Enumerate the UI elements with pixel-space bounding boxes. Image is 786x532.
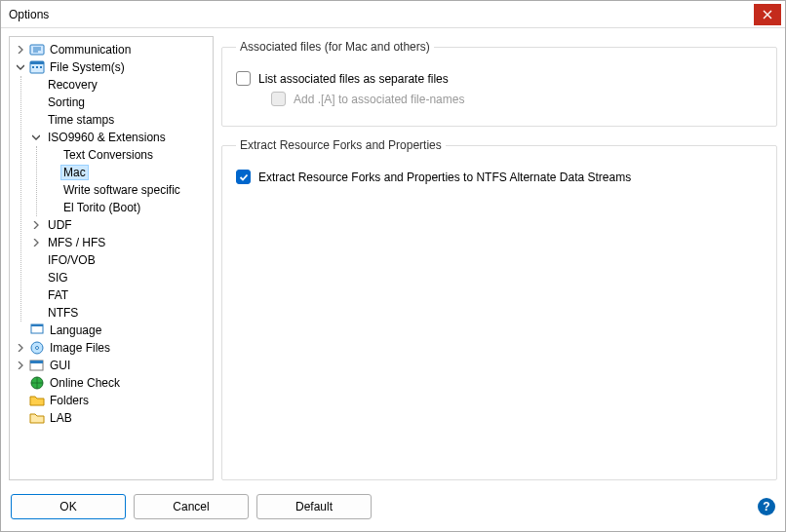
disc-icon	[29, 340, 45, 356]
tree-item-online-check[interactable]: Online Check	[14, 374, 211, 392]
button-label: Cancel	[173, 500, 209, 513]
tree-item-udf[interactable]: UDF	[29, 216, 211, 234]
tree-item-sorting[interactable]: Sorting	[29, 94, 211, 111]
tree-label: Time stamps	[45, 112, 117, 128]
window-title: Options	[1, 8, 754, 21]
svg-rect-7	[31, 324, 43, 326]
chevron-right-icon[interactable]	[29, 236, 43, 249]
tree-label: FAT	[45, 287, 71, 303]
tree-label: IFO/VOB	[45, 252, 98, 268]
tree-label: MFS / HFS	[45, 235, 108, 250]
nav-tree[interactable]: Communication File System(s) Recovery So…	[9, 36, 214, 480]
titlebar: Options	[1, 1, 785, 28]
checkbox-list-associated[interactable]: List associated files as separate files	[236, 71, 763, 86]
chevron-right-icon[interactable]	[14, 43, 27, 57]
tree-item-sig[interactable]: SIG	[29, 269, 211, 286]
globe-icon	[29, 375, 45, 391]
tree-label: UDF	[45, 217, 75, 233]
language-icon	[29, 323, 45, 338]
checkbox-add-a-suffix: Add .[A] to associated file-names	[271, 92, 763, 106]
tree-item-mfs-hfs[interactable]: MFS / HFS	[29, 234, 211, 251]
checkbox-checked-icon	[236, 170, 251, 184]
tree-item-mac[interactable]: Mac	[45, 164, 211, 181]
tree-label: Write software specific	[60, 182, 183, 198]
tree-item-recovery[interactable]: Recovery	[29, 76, 211, 94]
checkbox-label: Add .[A] to associated file-names	[294, 93, 464, 106]
tree-label: Mac	[60, 165, 89, 180]
tree-label: El Torito (Boot)	[60, 200, 143, 215]
tree-item-el-torito[interactable]: El Torito (Boot)	[45, 199, 211, 216]
tree-label: SIG	[45, 270, 71, 285]
group-associated-files: Associated files (for Mac and others) Li…	[221, 40, 777, 127]
close-icon	[763, 10, 772, 19]
help-button[interactable]: ?	[758, 498, 775, 515]
tree-item-communication[interactable]: Communication	[14, 41, 211, 58]
tree-item-gui[interactable]: GUI	[14, 357, 211, 374]
checkbox-icon	[271, 92, 286, 106]
folder-icon	[29, 410, 45, 426]
tree-label: NTFS	[45, 305, 81, 321]
tree-item-file-system[interactable]: File System(s)	[14, 58, 211, 76]
chevron-right-icon[interactable]	[29, 218, 43, 232]
tree-label: Communication	[47, 42, 134, 57]
tree-item-ifo-vob[interactable]: IFO/VOB	[29, 251, 211, 269]
tree-label: Folders	[47, 393, 92, 408]
dialog-footer: OK Cancel Default ?	[1, 488, 785, 531]
tree-label: ISO9960 & Extensions	[45, 130, 169, 145]
svg-rect-3	[32, 66, 34, 68]
tree-item-text-conversions[interactable]: Text Conversions	[45, 146, 211, 164]
svg-point-9	[36, 347, 39, 350]
tree-item-lab[interactable]: LAB	[14, 409, 211, 427]
tree-item-time-stamps[interactable]: Time stamps	[29, 111, 211, 129]
tree-label: GUI	[47, 358, 73, 373]
checkbox-icon	[236, 71, 251, 86]
chevron-down-icon[interactable]	[29, 131, 43, 144]
tree-label: Online Check	[47, 375, 123, 391]
dialog-body: Communication File System(s) Recovery So…	[1, 28, 785, 488]
ok-button[interactable]: OK	[11, 494, 126, 519]
tree-label: Recovery	[45, 77, 100, 93]
tree-item-write-software[interactable]: Write software specific	[45, 181, 211, 199]
tree-item-folders[interactable]: Folders	[14, 392, 211, 409]
communication-icon	[29, 42, 45, 57]
svg-rect-4	[36, 66, 38, 68]
folder-icon	[29, 393, 45, 408]
tree-item-iso9960[interactable]: ISO9960 & Extensions	[29, 129, 211, 146]
tree-label: Sorting	[45, 95, 88, 110]
tree-label: Image Files	[47, 340, 113, 356]
close-button[interactable]	[754, 4, 781, 25]
tree-label: File System(s)	[47, 59, 128, 75]
tree-item-fat[interactable]: FAT	[29, 286, 211, 304]
checkbox-label: List associated files as separate files	[258, 72, 449, 86]
tree-label: Language	[47, 323, 104, 338]
svg-rect-11	[30, 361, 43, 363]
svg-rect-5	[40, 66, 42, 68]
tree-item-language[interactable]: Language	[14, 322, 211, 339]
chevron-right-icon[interactable]	[14, 341, 27, 355]
cancel-button[interactable]: Cancel	[134, 494, 249, 519]
settings-panel: Associated files (for Mac and others) Li…	[221, 36, 777, 480]
chevron-down-icon[interactable]	[14, 60, 27, 74]
checkbox-label: Extract Resource Forks and Properties to…	[258, 171, 631, 184]
tree-label: LAB	[47, 410, 75, 426]
default-button[interactable]: Default	[256, 494, 372, 519]
button-label: Default	[295, 500, 333, 513]
checkbox-extract-ntfs-ads[interactable]: Extract Resource Forks and Properties to…	[236, 170, 763, 184]
window-icon	[29, 358, 45, 373]
tree-label: Text Conversions	[60, 147, 156, 163]
group-legend: Associated files (for Mac and others)	[236, 40, 434, 54]
group-legend: Extract Resource Forks and Properties	[236, 138, 446, 152]
tree-item-image-files[interactable]: Image Files	[14, 339, 211, 357]
calendar-icon	[29, 59, 45, 75]
options-dialog: Options Communication	[0, 0, 786, 532]
svg-rect-2	[30, 61, 44, 64]
group-extract-resource-forks: Extract Resource Forks and Properties Ex…	[221, 138, 777, 480]
button-label: OK	[59, 500, 76, 513]
chevron-right-icon[interactable]	[14, 359, 27, 372]
tree-item-ntfs[interactable]: NTFS	[29, 304, 211, 322]
